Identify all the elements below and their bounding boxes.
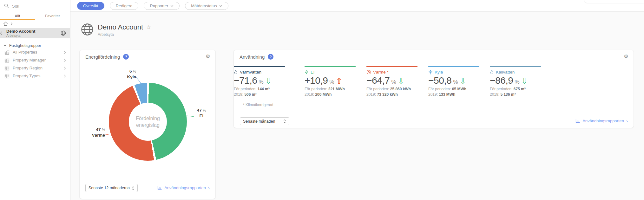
slice-label-el: 47 % El <box>193 107 210 119</box>
metric-value: −64,7 <box>366 75 390 86</box>
metric-color-bar <box>305 66 356 67</box>
metric-kallvatten: Kallvatten −86,9 % ⇩ För perioden: 675 m… <box>490 66 546 97</box>
search-icon <box>4 3 9 8</box>
chevron-right-icon <box>64 74 66 78</box>
slice-label-varme: 47 % Värme <box>85 127 105 138</box>
metric-color-bar <box>428 66 479 67</box>
dropdown-triangle-icon <box>219 5 222 7</box>
sidebar-section-fastighetsgrupper[interactable]: Fastighetsgrupper <box>0 43 41 48</box>
topbar: Översikt Redigera Rapporter Mätdatastatu… <box>70 0 644 12</box>
search-input[interactable] <box>12 2 66 10</box>
chevron-right-icon <box>64 51 66 54</box>
energy-donut-chart: Fördelning energislag 6 % Kyla 47 % El 4… <box>80 63 216 179</box>
trend-down-arrow-icon: ⇩ <box>521 77 528 85</box>
donut-center-label: Fördelning energislag <box>136 115 160 128</box>
heat-icon <box>366 70 371 74</box>
metric-value: −71,6 <box>234 75 257 86</box>
workspace-type: Arbetsyta <box>6 34 61 37</box>
home-icon[interactable] <box>3 22 8 26</box>
page-title: Demo Account <box>98 23 143 31</box>
nav-rapporter-button[interactable]: Rapporter <box>144 2 180 10</box>
group-label: Property Region <box>13 66 43 70</box>
globe-icon <box>81 23 94 36</box>
metric-color-bar <box>234 66 285 67</box>
metric-kyla: Kyla −50,8 % ⇩ För perioden: 65 MWh 2019… <box>428 66 485 97</box>
snowflake-icon <box>428 70 433 74</box>
sidebar: Allt Favoriter Demo Account Arbetsyta Fa… <box>0 0 70 200</box>
metric-label-text: Kyla <box>435 70 443 74</box>
metric-label-text: Värme * <box>373 70 389 74</box>
tab-allt[interactable]: Allt <box>0 13 35 20</box>
sidebar-tabs: Allt Favoriter <box>0 13 70 20</box>
metric-el: El +10,9 % ⇧ För perioden: 221 MWh 2019:… <box>305 66 361 97</box>
gear-icon[interactable]: ⚙ <box>624 54 628 59</box>
metric-color-bar <box>490 66 541 67</box>
buildings-icon <box>4 66 10 71</box>
sidebar-group-list: All Properties Property Manager Property… <box>0 48 70 80</box>
climate-corrected-footnote: * Klimatkorrigerad <box>243 103 273 107</box>
metric-label-text: Varmvatten <box>240 70 261 74</box>
favorite-star-icon[interactable]: ☆ <box>146 24 151 30</box>
sidebar-item-property-region[interactable]: Property Region <box>0 64 70 72</box>
card-title: Användning <box>240 54 265 60</box>
help-icon[interactable]: ? <box>268 54 273 60</box>
nav-oversikt-button[interactable]: Översikt <box>77 2 104 10</box>
metric-label-text: Kallvatten <box>496 70 515 74</box>
tab-favoriter[interactable]: Favoriter <box>35 13 70 20</box>
select-updown-icon <box>283 119 286 123</box>
metric-value: −86,9 <box>490 75 513 86</box>
metric-varme: Värme * −64,7 % ⇩ För perioden: 25 860 k… <box>366 66 423 97</box>
sidebar-workspace-selected[interactable]: Demo Account Arbetsyta <box>0 28 70 38</box>
period-select[interactable]: Senaste månaden <box>240 117 289 125</box>
metric-value: −50,8 <box>428 75 451 86</box>
sidebar-item-all-properties[interactable]: All Properties <box>0 48 70 56</box>
trend-down-arrow-icon: ⇩ <box>398 77 404 85</box>
usage-report-link[interactable]: Användningsrapporten › <box>157 185 210 190</box>
sidebar-item-property-types[interactable]: Property Types <box>0 72 70 80</box>
sidebar-search <box>0 0 70 12</box>
slice-label-kyla: 6 % Kyla <box>114 68 136 80</box>
group-label: All Properties <box>13 50 37 55</box>
trend-down-arrow-icon: ⇩ <box>265 77 272 85</box>
metric-label-text: El <box>311 70 314 74</box>
buildings-icon <box>4 50 10 55</box>
chevron-up-icon <box>3 45 7 47</box>
energy-distribution-card: Energifördelning ? ⚙ Fördelning energisl… <box>79 50 216 199</box>
chevron-left-icon[interactable] <box>0 31 6 35</box>
dropdown-triangle-icon <box>170 5 174 7</box>
bar-chart-icon <box>575 119 580 123</box>
bar-chart-icon <box>157 186 162 190</box>
metric-value: +10,9 <box>305 75 328 86</box>
sidebar-item-property-manager[interactable]: Property Manager <box>0 56 70 64</box>
help-icon[interactable]: ? <box>123 54 129 60</box>
topnav: Översikt Redigera Rapporter Mätdatastatu… <box>77 2 228 10</box>
breadcrumb <box>0 20 13 27</box>
top-right-panel-edge <box>584 0 644 3</box>
nav-matdatastatus-button[interactable]: Mätdatastatus <box>185 2 228 10</box>
chevron-right-icon <box>64 59 66 62</box>
page-header: Demo Account ☆ Arbetsyta <box>81 23 151 37</box>
chevron-right-icon <box>10 22 13 25</box>
chevron-right-icon: › <box>626 119 628 123</box>
buildings-icon <box>4 58 10 63</box>
metric-varmvatten: Varmvatten −71,6 % ⇩ För perioden: 144 m… <box>234 66 290 97</box>
section-label: Fastighetsgrupper <box>9 43 41 48</box>
metric-color-bar <box>366 66 417 67</box>
chevron-right-icon <box>64 67 66 70</box>
usage-report-link[interactable]: Användningsrapporten › <box>575 119 628 123</box>
lightning-icon <box>305 70 309 74</box>
buildings-icon <box>4 74 10 79</box>
period-select[interactable]: Senaste 12 månaderna <box>85 184 138 192</box>
nav-redigera-button[interactable]: Redigera <box>110 2 139 10</box>
trend-down-arrow-icon: ⇩ <box>460 77 466 85</box>
group-label: Property Types <box>13 74 40 78</box>
trend-up-arrow-icon: ⇧ <box>336 77 343 85</box>
globe-icon <box>61 30 66 36</box>
group-label: Property Manager <box>13 58 46 62</box>
gear-icon[interactable]: ⚙ <box>206 54 210 59</box>
chevron-right-icon: › <box>208 185 210 190</box>
card-title: Energifördelning <box>85 54 120 60</box>
water-drop-icon <box>490 70 494 74</box>
workspace-name: Demo Account <box>6 29 61 34</box>
usage-card: Användning ? ⚙ El +10,9 % ⇧ För perioden… <box>233 50 634 128</box>
